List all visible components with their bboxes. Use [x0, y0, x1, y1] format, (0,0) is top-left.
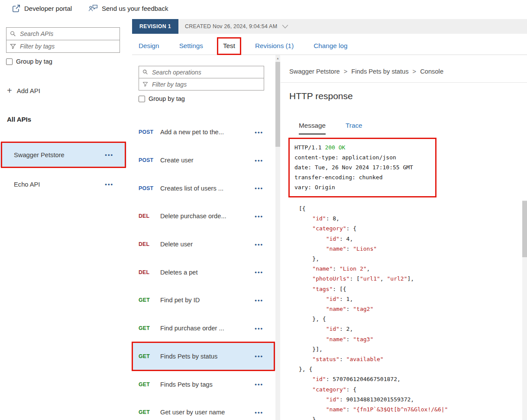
- operation-menu-button[interactable]: •••: [255, 129, 263, 136]
- code-line: "status": "available": [299, 354, 448, 364]
- operations-scrollbar[interactable]: ▲: [275, 55, 280, 420]
- code-line: [{: [299, 204, 448, 213]
- operation-label: Finds Pets by status: [160, 353, 251, 360]
- operation-menu-button[interactable]: •••: [255, 297, 263, 304]
- code-line: vary: Origin: [294, 182, 430, 192]
- main-tabs: DesignSettingsTestRevisions (1)Change lo…: [132, 37, 527, 55]
- operation-row-find-pet-by-id[interactable]: GETFind pet by ID•••: [132, 286, 275, 314]
- api-menu-button[interactable]: •••: [105, 181, 113, 187]
- operation-row-get-user-by-user-name[interactable]: GETGet user by user name•••: [132, 398, 275, 420]
- code-line: "id": 1,: [299, 294, 448, 304]
- operation-menu-button[interactable]: •••: [255, 185, 263, 191]
- operation-row-delete-user[interactable]: DELDelete user•••: [132, 230, 275, 258]
- code-line: "id": 5707061204667501872,: [299, 374, 448, 384]
- feedback-link[interactable]: Send us your feedback: [88, 4, 168, 12]
- api-menu-button[interactable]: •••: [105, 152, 113, 158]
- developer-portal-link[interactable]: Developer portal: [12, 4, 72, 13]
- method-badge: GET: [139, 353, 160, 359]
- operation-row-delete-purchase-orde[interactable]: DELDelete purchase orde...•••: [132, 202, 275, 230]
- operation-menu-button[interactable]: •••: [255, 409, 263, 416]
- filter-icon: [142, 81, 148, 87]
- method-badge: DEL: [139, 269, 160, 275]
- operation-label: Delete purchase orde...: [160, 213, 251, 220]
- console-tab-trace[interactable]: Trace: [346, 122, 362, 135]
- operation-menu-button[interactable]: •••: [255, 381, 263, 388]
- all-apis-heading: All APIs: [7, 116, 31, 123]
- revision-badge: REVISION 1: [132, 19, 178, 34]
- scrollbar-thumb[interactable]: [522, 201, 527, 257]
- search-icon: [10, 31, 16, 37]
- operation-row-creates-list-of-users[interactable]: POSTCreates list of users ...•••: [132, 174, 275, 202]
- tab-settings[interactable]: Settings: [179, 42, 203, 50]
- breadcrumb: Swagger Petstore>Finds Pets by status>Co…: [289, 68, 443, 75]
- api-name: Echo API: [14, 181, 40, 188]
- operation-label: Delete user: [160, 241, 251, 248]
- code-line: },: [299, 414, 448, 420]
- scroll-up-icon[interactable]: ▲: [275, 55, 280, 61]
- breadcrumb-item-swagger-petstore[interactable]: Swagger Petstore: [289, 68, 340, 75]
- console-tab-message[interactable]: Message: [299, 122, 326, 135]
- apim-test-console-page: Developer portal Send us your feedback: [0, 0, 527, 420]
- add-api-label: Add API: [17, 87, 40, 94]
- panel-divider: [281, 82, 527, 83]
- filter-apis-box: [6, 40, 120, 53]
- operation-row-finds-pets-by-status[interactable]: GETFinds Pets by status•••: [132, 342, 275, 371]
- method-badge: DEL: [139, 241, 160, 247]
- code-line: "name": "tag3": [299, 334, 448, 344]
- operation-menu-button[interactable]: •••: [255, 269, 263, 275]
- response-scrollbar[interactable]: [522, 200, 527, 420]
- tab-change-log[interactable]: Change log: [314, 42, 347, 50]
- api-item-swagger-petstore[interactable]: Swagger Petstore•••: [0, 142, 126, 167]
- code-line: "id": 8,: [299, 213, 448, 223]
- method-badge: GET: [139, 381, 160, 388]
- operation-menu-button[interactable]: •••: [255, 353, 263, 359]
- tab-test[interactable]: Test: [223, 42, 235, 50]
- group-by-tag-operations-checkbox[interactable]: [139, 96, 145, 102]
- external-link-icon: [12, 4, 20, 13]
- code-line: "name": "Lion 2",: [299, 264, 448, 274]
- api-name: Swagger Petstore: [14, 152, 65, 158]
- tab-design[interactable]: Design: [139, 42, 159, 50]
- tab-revisions-1[interactable]: Revisions (1): [255, 42, 294, 50]
- chevron-down-icon[interactable]: [281, 23, 289, 30]
- add-api-button[interactable]: + Add API: [7, 86, 40, 95]
- group-by-tag-operations-label: Group by tag: [149, 95, 185, 102]
- code-line: content-type: application/json: [294, 152, 430, 162]
- response-body-block: [{ "id": 8, "category": { "id": 4, "name…: [299, 204, 448, 420]
- scrollbar-thumb[interactable]: [275, 62, 280, 147]
- group-by-tag-apis-checkbox[interactable]: [6, 58, 13, 65]
- breadcrumb-item-console[interactable]: Console: [420, 68, 443, 75]
- search-operations-box: [139, 66, 264, 78]
- code-line: }, {: [299, 364, 448, 374]
- operation-menu-button[interactable]: •••: [255, 157, 263, 164]
- group-by-tag-apis: Group by tag: [6, 58, 52, 65]
- code-line: date: Tue, 26 Nov 2024 17:10:55 GMT: [294, 162, 430, 172]
- feedback-icon: [88, 4, 98, 12]
- operation-row-deletes-a-pet[interactable]: DELDeletes a pet•••: [132, 258, 275, 286]
- api-item-echo-api[interactable]: Echo API•••: [0, 172, 126, 197]
- console-tabs: MessageTrace: [299, 122, 362, 135]
- operation-label: Get user by user name: [160, 409, 251, 416]
- code-line: "id": 2,: [299, 324, 448, 334]
- search-operations-input[interactable]: [151, 68, 260, 76]
- operation-menu-button[interactable]: •••: [255, 325, 263, 332]
- operations-list: POSTAdd a new pet to the...•••POSTCreate…: [132, 118, 275, 420]
- method-badge: GET: [139, 409, 160, 415]
- operation-row-finds-pets-by-tags[interactable]: GETFinds Pets by tags•••: [132, 370, 275, 398]
- filter-operations-input[interactable]: [151, 81, 260, 88]
- operation-row-find-purchase-order[interactable]: GETFind purchase order ...•••: [132, 314, 275, 342]
- operation-label: Creates list of users ...: [160, 185, 251, 192]
- feedback-label: Send us your feedback: [102, 5, 168, 12]
- method-badge: POST: [139, 129, 160, 135]
- api-list: Swagger Petstore•••Echo API•••: [0, 142, 126, 197]
- operation-row-add-a-new-pet-to-the[interactable]: POSTAdd a new pet to the...•••: [132, 118, 275, 146]
- breadcrumb-item-finds-pets-by-status[interactable]: Finds Pets by status: [351, 68, 408, 75]
- group-by-tag-apis-label: Group by tag: [16, 58, 52, 65]
- code-line: "id": 4,: [299, 234, 448, 244]
- search-apis-input[interactable]: [19, 30, 116, 38]
- filter-apis-input[interactable]: [19, 42, 116, 50]
- operation-label: Finds Pets by tags: [160, 381, 251, 388]
- operation-menu-button[interactable]: •••: [255, 213, 263, 220]
- operation-row-create-user[interactable]: POSTCreate user•••: [132, 146, 275, 174]
- operation-menu-button[interactable]: •••: [255, 241, 263, 248]
